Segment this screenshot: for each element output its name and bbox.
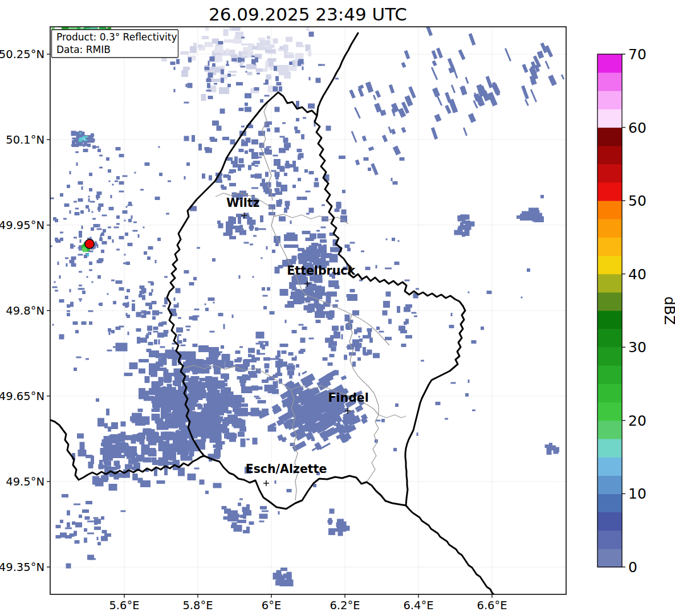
radar-echo-pixel bbox=[141, 288, 147, 293]
radar-echo-pixel bbox=[227, 84, 231, 87]
radar-echo-pixel bbox=[347, 294, 352, 297]
radar-echo-pixel bbox=[321, 254, 326, 263]
radar-echo-pixel bbox=[78, 254, 83, 256]
radar-echo-pixel bbox=[82, 226, 83, 229]
radar-echo-pixel bbox=[164, 374, 172, 382]
radar-echo-pixel bbox=[66, 263, 68, 267]
radar-echo-pixel bbox=[431, 67, 438, 80]
radar-echo-pixel bbox=[253, 438, 258, 444]
radar-echo-pixel bbox=[276, 82, 282, 85]
radar-echo-pixel bbox=[371, 163, 379, 176]
radar-echo-pixel bbox=[260, 215, 263, 222]
district-border bbox=[379, 415, 406, 418]
radar-echo-pixel bbox=[251, 140, 258, 145]
radar-echo-pixel bbox=[67, 511, 70, 516]
radar-echo-pixel bbox=[60, 520, 63, 523]
radar-echo-pixel bbox=[268, 386, 276, 393]
radar-echo-pixel bbox=[295, 289, 300, 292]
radar-echo-pixel bbox=[212, 417, 215, 421]
radar-echo-pixel bbox=[309, 208, 314, 213]
info-box: Product: 0.3° Reflectivity Data: RMIB bbox=[52, 30, 178, 58]
radar-echo-pixel bbox=[306, 213, 310, 215]
y-tick-label: 49.5°N bbox=[6, 475, 44, 488]
radar-echo-pixel bbox=[161, 400, 164, 407]
radar-echo-pixel bbox=[75, 132, 79, 135]
radar-echo-pixel bbox=[212, 258, 215, 262]
radar-echo-pixel bbox=[112, 239, 114, 243]
radar-echo-pixel bbox=[97, 149, 101, 152]
radar-echo-pixel bbox=[186, 326, 191, 328]
radar-echo-pixel bbox=[84, 528, 87, 532]
radar-echo-pixel bbox=[208, 390, 220, 397]
radar-echo-pixel bbox=[198, 393, 203, 400]
radar-echo-pixel bbox=[189, 282, 194, 285]
radar-echo-pixel bbox=[99, 155, 103, 157]
radar-echo-pixel bbox=[263, 184, 268, 189]
radar-echo-pixel bbox=[114, 227, 119, 229]
radar-echo-pixel bbox=[548, 75, 557, 86]
radar-echo-pixel bbox=[108, 328, 111, 332]
radar-echo-pixel bbox=[116, 215, 120, 219]
radar-echo-pixel bbox=[181, 345, 186, 346]
radar-echo-pixel bbox=[286, 161, 289, 164]
radar-site-cyan-pixel bbox=[87, 254, 89, 256]
radar-echo-pixel bbox=[132, 304, 135, 309]
radar-echo-pixel bbox=[153, 386, 158, 387]
radar-echo-pixel bbox=[224, 383, 227, 386]
radar-echo-pixel bbox=[183, 338, 186, 342]
radar-echo-pixel bbox=[155, 260, 157, 263]
radar-echo-pixel bbox=[205, 381, 215, 388]
colorbar-segment bbox=[597, 274, 622, 293]
radar-echo-pixel bbox=[119, 287, 124, 291]
radar-echo-pixel bbox=[383, 311, 388, 316]
radar-echo-pixel bbox=[245, 93, 251, 99]
radar-echo-pixel bbox=[189, 450, 194, 456]
radar-echo-pixel bbox=[393, 448, 397, 451]
radar-echo-pixel bbox=[178, 317, 181, 319]
radar-echo-pixel bbox=[412, 312, 417, 314]
radar-echo-pixel bbox=[116, 343, 128, 352]
radar-echo-pixel bbox=[462, 232, 465, 237]
radar-echo-pixel bbox=[277, 159, 280, 162]
city-label: Findel bbox=[328, 391, 369, 405]
radar-echo-pixel bbox=[297, 149, 302, 152]
radar-echo-pixel bbox=[149, 306, 152, 309]
radar-echo-pixel bbox=[449, 325, 454, 328]
radar-echo-pixel bbox=[273, 573, 282, 580]
radar-echo-pixel bbox=[285, 320, 287, 323]
radar-echo-pixel bbox=[246, 439, 250, 440]
radar-echo-pixel bbox=[328, 518, 332, 525]
colorbar-label: dBZ bbox=[661, 296, 675, 325]
radar-echo-pixel bbox=[261, 258, 263, 259]
radar-echo-pixel bbox=[140, 480, 151, 487]
radar-echo-pixel bbox=[145, 335, 149, 338]
radar-echo-pixel bbox=[116, 249, 120, 251]
radar-echo-pixel bbox=[136, 312, 141, 317]
radar-echo-pixel bbox=[215, 55, 222, 62]
figure-title: 26.09.2025 23:49 UTC bbox=[209, 4, 407, 25]
radar-echo-pixel bbox=[123, 176, 128, 177]
radar-echo-pixel bbox=[256, 343, 261, 345]
radar-echo-pixel bbox=[186, 84, 188, 87]
radar-echo-pixel bbox=[92, 282, 93, 283]
radar-echo-pixel bbox=[124, 254, 126, 256]
radar-echo-pixel bbox=[401, 127, 406, 133]
radar-echo-pixel bbox=[172, 359, 177, 366]
radar-echo-pixel bbox=[99, 224, 100, 227]
colorbar-tick-label: 10 bbox=[628, 486, 646, 502]
y-tick-label: 49.95°N bbox=[0, 219, 44, 232]
radar-echo-pixel bbox=[34, 292, 39, 296]
y-tick-label: 49.35°N bbox=[0, 561, 44, 574]
y-tick-label: 50.1°N bbox=[6, 133, 44, 146]
radar-echo-pixel bbox=[190, 46, 197, 53]
radar-echo-pixel bbox=[237, 516, 242, 517]
colorbar-segment bbox=[597, 201, 622, 219]
radar-echo-pixel bbox=[202, 174, 205, 179]
radar-echo-pixel bbox=[302, 231, 311, 234]
radar-echo-pixel bbox=[128, 459, 135, 464]
radar-echo-pixel bbox=[522, 215, 528, 220]
radar-echo-pixel bbox=[86, 455, 92, 458]
radar-echo-pixel bbox=[149, 326, 152, 331]
radar-echo-pixel bbox=[458, 227, 463, 231]
radar-echo-pixel bbox=[232, 315, 234, 318]
